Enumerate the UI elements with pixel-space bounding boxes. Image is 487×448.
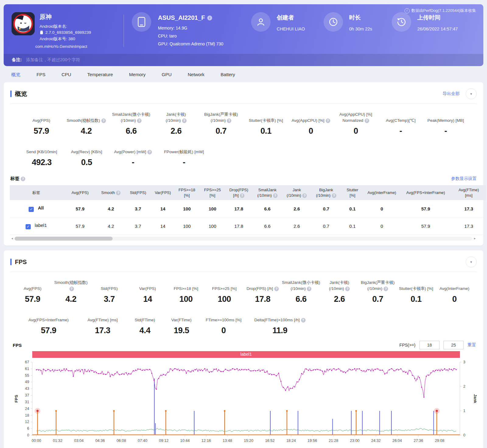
tags-title: 标签?: [10, 176, 25, 182]
help-icon[interactable]: ?: [227, 118, 231, 123]
metric-label: Std(FTime): [127, 311, 163, 323]
help-icon[interactable]: ?: [307, 287, 311, 291]
cell-value: 57.9: [400, 217, 451, 235]
tab-memory[interactable]: Memory: [129, 72, 145, 78]
device-memory: Memory: 14.9G: [158, 24, 223, 32]
row-checkbox[interactable]: ✓: [26, 224, 31, 229]
help-icon[interactable]: ?: [69, 287, 74, 291]
fps-chart[interactable]: label106121824313743495561670123FPSJank0…: [10, 351, 477, 448]
collect-info-text: 数据由PerfDog(7.1.220544)版本收集: [412, 8, 476, 13]
metric-label: FPower(帧能耗) [mW]: [157, 143, 211, 155]
column-header-smalljank: SmallJank(/10min)?: [252, 185, 282, 200]
metric-value: 6.6: [109, 126, 154, 136]
help-icon[interactable]: ?: [345, 287, 350, 291]
help-icon[interactable]: ?: [326, 118, 330, 123]
help-icon[interactable]: ?: [274, 287, 279, 291]
help-icon[interactable]: ?: [365, 118, 369, 123]
metric-label: BigJank(严重卡顿)(/10min)?: [359, 279, 397, 292]
column-header-avg-fps-interframe: Avg(FPS+InterFrame): [400, 185, 451, 200]
cell-value: 0.1: [341, 200, 364, 217]
metric-value: 0: [289, 126, 334, 136]
y-axis-label-fps: FPS: [14, 395, 19, 403]
cell-value: 0: [364, 217, 400, 235]
column-header-smooth: Smooth?: [97, 185, 124, 200]
note-input[interactable]: 备注: 添加备注，不超过200个字符: [4, 54, 483, 66]
help-icon[interactable]: ?: [137, 118, 142, 123]
overview-metrics-row2: Send [KB/10min]492.3Avg(Recv) [KB/s]0.5A…: [10, 136, 477, 168]
svg-text:00:00: 00:00: [32, 439, 41, 443]
metric-value: 17.3: [78, 326, 127, 335]
metric-avg-recv-kb-s: Avg(Recv) [KB/s]0.5: [65, 143, 109, 167]
app-block: 原神 Android版本名: 2.7.0_6933856_6989239 And…: [12, 12, 124, 50]
metric-avg-ftime-ms: Avg(FTime) [ms]17.3: [78, 311, 127, 335]
table-row-label1: ✓label157.94.23.71410010017.86.62.60.70.…: [10, 217, 486, 235]
fps-collapse-button[interactable]: ▼: [466, 256, 477, 267]
tab-概览[interactable]: 概览: [11, 72, 20, 78]
metric-bigjank-严重卡顿-10min: BigJank(严重卡顿)(/10min)?0.7: [359, 279, 397, 304]
duration-block: 时长 0h 30m 22s: [324, 12, 392, 32]
row-checkbox[interactable]: ✓: [29, 207, 34, 212]
scrollbar-track[interactable]: [15, 237, 472, 241]
metric-value: 4.4: [127, 326, 163, 335]
tab-temperature[interactable]: Temperature: [87, 72, 113, 78]
svg-text:0: 0: [27, 433, 29, 437]
svg-text:55: 55: [25, 373, 29, 378]
column-header-bigjank: BigJank(/10min)?: [311, 185, 341, 200]
title-accent-bar: [10, 90, 12, 97]
overview-collapse-button[interactable]: ▼: [466, 88, 477, 99]
column-header-标签: 标签: [10, 185, 63, 200]
svg-text:24:32: 24:32: [371, 439, 381, 443]
svg-text:1: 1: [463, 409, 465, 413]
param-display-settings-link[interactable]: 参数显示设置: [451, 176, 477, 182]
help-icon[interactable]: ?: [182, 118, 187, 123]
fps-title: FPS: [15, 259, 27, 266]
reset-link[interactable]: 重置: [468, 342, 476, 348]
fps-min-input[interactable]: [419, 341, 440, 349]
help-icon[interactable]: ?: [116, 191, 121, 195]
series-green-line: [37, 429, 456, 432]
metric-smooth-稳帧指数: Smooth(稳帧指数)?4.2: [64, 111, 109, 136]
help-icon[interactable]: ?: [240, 193, 244, 198]
help-icon[interactable]: ?: [384, 287, 388, 291]
scroll-left-arrow[interactable]: ◄: [10, 237, 15, 240]
help-icon[interactable]: ?: [302, 193, 307, 198]
export-all-link[interactable]: 导出全部: [443, 91, 460, 97]
tab-battery[interactable]: Battery: [221, 72, 235, 78]
help-icon[interactable]: ?: [332, 193, 336, 198]
tab-gpu[interactable]: GPU: [162, 72, 172, 78]
cell-value: 4.2: [97, 200, 124, 217]
y-axis-label-jank: Jank: [473, 394, 478, 403]
chart-banner-label: label1: [240, 352, 252, 357]
tab-fps[interactable]: FPS: [37, 72, 45, 78]
tab-network[interactable]: Network: [188, 72, 205, 78]
metric-label: Stutter(卡顿率) [%]: [397, 279, 435, 292]
help-icon[interactable]: ?: [147, 150, 152, 154]
metric-value: -: [109, 158, 157, 167]
metric-value: 11.9: [247, 326, 313, 335]
note-label: 备注:: [12, 57, 22, 62]
scroll-right-arrow[interactable]: ►: [472, 237, 477, 240]
column-header-var-fps: Var(FPS): [152, 185, 174, 200]
help-icon[interactable]: ?: [301, 318, 306, 323]
help-icon[interactable]: ?: [273, 193, 278, 198]
svg-text:16:52: 16:52: [265, 439, 275, 443]
fps-card: FPS ▼ Avg(FPS)57.9Smooth(稳帧指数)?4.2Std(FP…: [4, 250, 483, 448]
tab-cpu[interactable]: CPU: [61, 72, 71, 78]
help-icon[interactable]: ?: [21, 177, 25, 181]
fps-max-input[interactable]: [443, 341, 464, 349]
metric-delta-ftime-100ms-h: Delta(FTime)>100ms [/h]?11.9: [247, 311, 313, 335]
column-header-fps-25: FPS>=25[%]: [200, 185, 225, 200]
scrollbar-thumb[interactable]: [15, 237, 113, 241]
cell-value: 6.6: [252, 200, 282, 217]
svg-text:07:40: 07:40: [138, 439, 147, 443]
metric-label: FTime>=100ms [%]: [200, 311, 247, 323]
device-info-icon[interactable]: i: [207, 16, 212, 20]
svg-text:29:08: 29:08: [435, 439, 444, 443]
help-icon[interactable]: ?: [101, 118, 106, 123]
svg-text:2: 2: [463, 384, 465, 389]
cell-value: 100: [200, 217, 225, 235]
metric-label: Avg(FPS): [13, 279, 52, 292]
svg-text:37: 37: [25, 393, 29, 397]
metric-jank-卡顿-10min: Jank(卡顿)(/10min)?2.6: [154, 111, 199, 136]
metric-value: 14: [128, 295, 167, 304]
